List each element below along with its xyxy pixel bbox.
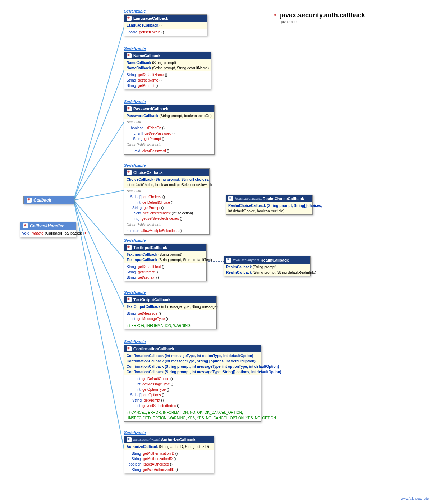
- svg-line-0: [74, 27, 124, 200]
- class-icon: [226, 258, 231, 263]
- serializable-label: Serializable: [124, 9, 146, 13]
- svg-line-3: [74, 190, 124, 200]
- serializable-label: Serializable: [124, 290, 146, 295]
- handler-name: CallbackHandler: [30, 223, 64, 228]
- class-namecallback: NameCallback NameCallback (String prompt…: [124, 52, 211, 89]
- package-name: javax.security.auth.callback: [280, 11, 365, 19]
- svg-line-7: [74, 200, 124, 449]
- class-passwordcallback: PasswordCallback PasswordCallback (Strin…: [124, 105, 215, 155]
- serializable-label: Serializable: [124, 46, 146, 51]
- class-icon: [127, 245, 132, 250]
- interface-callback: Callback: [23, 196, 74, 204]
- svg-line-2: [74, 122, 124, 200]
- interface-icon: [27, 198, 32, 203]
- class-icon: [127, 170, 132, 175]
- svg-line-6: [74, 200, 124, 370]
- class-icon: [127, 346, 132, 351]
- class-textoutputcallback: TextOutputCallback TextOutputCallback (i…: [124, 296, 217, 329]
- class-icon: [127, 53, 132, 58]
- serializable-label: Serializable: [124, 100, 146, 104]
- class-icon: [127, 437, 132, 442]
- package-title: javax.security.auth.callback: [273, 11, 365, 19]
- svg-line-5: [74, 200, 124, 307]
- package-icon: [273, 13, 278, 18]
- class-confirmationcallback: ConfirmationCallback ConfirmationCallbac…: [124, 345, 261, 422]
- class-icon: [127, 297, 132, 302]
- serializable-label: Serializable: [124, 339, 146, 344]
- interface-icon: [23, 223, 28, 228]
- class-icon: [127, 16, 132, 21]
- serializable-label: Serializable: [124, 430, 146, 435]
- class-icon: [228, 196, 233, 201]
- class-languagecallback: LanguageCallback LanguageCallback () Loc…: [124, 14, 207, 36]
- svg-line-1: [74, 70, 124, 200]
- footer-link[interactable]: www.falkhausen.de: [401, 497, 429, 500]
- callback-name: Callback: [33, 198, 51, 203]
- class-textinputcallback: TextInputCallback TextInputCallback (Str…: [124, 244, 207, 281]
- svg-line-4: [74, 200, 124, 259]
- interface-callbackhandler: CallbackHandler void handle (Callback[] …: [20, 222, 76, 237]
- class-choicecallback: ChoiceCallback ChoiceCallback (String pr…: [124, 168, 210, 235]
- class-realmcallback: javax.security.sasl.RealmCallback RealmC…: [224, 256, 311, 276]
- class-authorizecallback: javax.security.sasl.AuthorizeCallback Au…: [124, 436, 214, 473]
- class-icon: [127, 106, 132, 111]
- serializable-label: Serializable: [124, 163, 146, 167]
- serializable-label: Serializable: [124, 238, 146, 242]
- class-realmchoicecallback: javax.security.sasl.RealmChoiceCallback …: [226, 195, 313, 215]
- package-module: java.base: [281, 20, 297, 24]
